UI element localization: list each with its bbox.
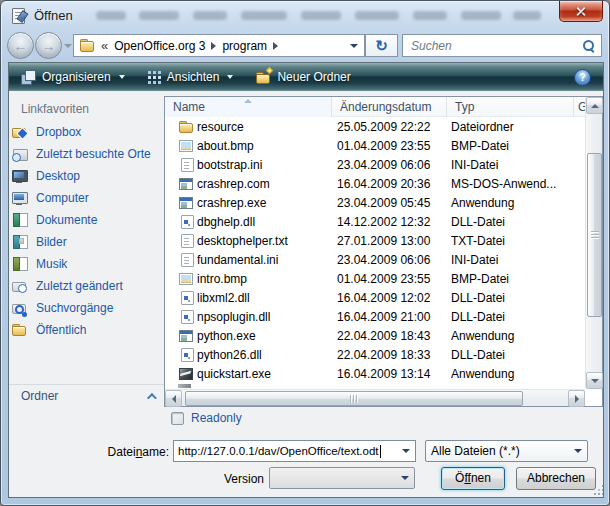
file-row[interactable]: dbghelp.dll 14.12.2002 12:32 DLL-Datei xyxy=(165,213,585,232)
sidebar-item[interactable]: Dokumente xyxy=(11,209,161,231)
open-button[interactable]: Öffnen xyxy=(441,467,505,490)
breadcrumb-segment[interactable]: program xyxy=(222,39,267,53)
column-header-size[interactable]: G xyxy=(574,97,585,117)
file-date: 27.01.2009 13:00 xyxy=(337,234,445,248)
version-dropdown-button[interactable] xyxy=(396,468,414,488)
sidebar-item[interactable]: Suchvorgänge xyxy=(11,297,161,319)
organize-button[interactable]: Organisieren xyxy=(21,70,125,84)
resize-grip[interactable] xyxy=(593,484,605,496)
file-name: dbghelp.dll xyxy=(197,215,330,229)
column-header-date[interactable]: Änderungsdatum xyxy=(332,97,447,117)
sidebar-item[interactable]: Zuletzt geändert xyxy=(11,275,161,297)
sidebar-item[interactable]: Desktop xyxy=(11,165,161,187)
sidebar-item-label: Dropbox xyxy=(36,125,81,139)
sidebar-item-label: Computer xyxy=(36,191,89,205)
views-button[interactable]: Ansichten xyxy=(147,70,234,84)
sidebar-item[interactable]: Öffentlich xyxy=(11,319,161,341)
sidebar-item-label: Suchvorgänge xyxy=(36,301,113,315)
vertical-scrollbar[interactable] xyxy=(585,97,602,389)
forward-button[interactable]: → xyxy=(35,32,62,59)
help-button[interactable]: ? xyxy=(574,69,591,86)
sidebar-item[interactable]: Dropbox xyxy=(11,121,161,143)
scroll-down-button[interactable] xyxy=(586,372,603,389)
background-blur xyxy=(301,11,341,20)
file-row[interactable]: npsoplugin.dll 16.04.2009 21:00 DLL-Date… xyxy=(165,308,585,327)
file-icon xyxy=(178,252,194,268)
filename-value[interactable]: http://127.0.0.1/dav/OpenOffice/text.odt xyxy=(174,445,379,457)
sidebar-item[interactable]: Bilder xyxy=(11,231,161,253)
sparkle-icon xyxy=(266,66,273,73)
version-combobox[interactable] xyxy=(269,467,415,489)
new-folder-icon xyxy=(255,70,271,85)
sidebar-item[interactable]: Musik xyxy=(11,253,161,275)
file-row[interactable]: bootstrap.ini 23.04.2009 06:06 INI-Datei xyxy=(165,156,585,175)
background-blur xyxy=(355,11,399,20)
sidebar-item[interactable]: Computer xyxy=(11,187,161,209)
titlebar[interactable]: Öffnen xyxy=(1,1,610,31)
breadcrumb-segment[interactable]: OpenOffice.org 3 xyxy=(114,39,205,53)
back-button[interactable]: ← xyxy=(7,32,34,59)
search-box[interactable] xyxy=(402,34,602,57)
history-dropdown-icon[interactable] xyxy=(64,44,72,48)
file-list: Name Änderungsdatum Typ G resource 25.05… xyxy=(164,96,603,407)
sidebar-item-icon xyxy=(11,124,27,140)
background-blur xyxy=(241,11,287,20)
sidebar-item-icon xyxy=(11,146,27,162)
vertical-scroll-thumb[interactable] xyxy=(587,153,602,317)
filetype-combobox[interactable]: Alle Dateien (*.*) xyxy=(425,440,588,462)
filename-dropdown-button[interactable] xyxy=(397,441,415,461)
background-blur xyxy=(513,11,541,20)
file-row[interactable]: quickstart.exe 16.04.2009 13:14 Anwendun… xyxy=(165,365,585,384)
file-name: bootstrap.ini xyxy=(197,158,330,172)
search-icon[interactable] xyxy=(582,39,595,52)
breadcrumb-overflow-chevrons[interactable]: « xyxy=(101,38,108,53)
breadcrumb[interactable]: « OpenOffice.org 3 program xyxy=(73,34,365,57)
views-grid-icon xyxy=(147,70,161,84)
file-row[interactable]: intro.bmp 01.04.2009 23:55 BMP-Datei xyxy=(165,270,585,289)
readonly-label: Readonly xyxy=(191,411,242,425)
column-header-type[interactable]: Typ xyxy=(447,97,574,117)
cancel-button[interactable]: Abbrechen xyxy=(516,467,596,490)
file-row[interactable]: fundamental.ini 23.04.2009 06:06 INI-Dat… xyxy=(165,251,585,270)
address-dropdown-icon[interactable] xyxy=(350,44,358,48)
close-button[interactable] xyxy=(559,1,603,22)
filename-combobox[interactable]: http://127.0.0.1/dav/OpenOffice/text.odt xyxy=(173,440,416,462)
file-row[interactable]: crashrep.exe 23.04.2009 05:45 Anwendung xyxy=(165,194,585,213)
sidebar-item-label: Musik xyxy=(36,257,67,271)
text-caret xyxy=(380,445,381,458)
horizontal-scroll-thumb[interactable] xyxy=(185,391,523,406)
file-icon xyxy=(178,119,194,135)
file-icon xyxy=(178,347,194,363)
file-name: fundamental.ini xyxy=(197,253,330,267)
sidebar-item-icon xyxy=(11,278,27,294)
search-input[interactable] xyxy=(409,38,582,54)
scroll-up-button[interactable] xyxy=(586,97,603,114)
folders-expander[interactable]: Ordner xyxy=(9,384,164,407)
file-row[interactable]: crashrep.com 16.04.2009 20:36 MS-DOS-Anw… xyxy=(165,175,585,194)
file-row[interactable]: libxml2.dll 16.04.2009 12:02 DLL-Datei xyxy=(165,289,585,308)
file-row[interactable]: resource 25.05.2009 22:22 Dateiordner xyxy=(165,118,585,137)
file-row[interactable]: desktophelper.txt 27.01.2009 13:00 TXT-D… xyxy=(165,232,585,251)
file-icon xyxy=(178,271,194,287)
scroll-left-button[interactable] xyxy=(165,390,182,407)
breadcrumb-separator-icon[interactable] xyxy=(273,42,278,50)
readonly-checkbox[interactable] xyxy=(171,412,184,425)
refresh-button[interactable]: ↻ xyxy=(365,34,398,57)
folders-label: Ordner xyxy=(21,389,58,403)
file-row[interactable]: python.exe 22.04.2009 18:43 Anwendung xyxy=(165,327,585,346)
file-date: 16.04.2009 12:02 xyxy=(337,291,445,305)
file-icon xyxy=(178,366,194,382)
file-row[interactable]: about.bmp 01.04.2009 23:55 BMP-Datei xyxy=(165,137,585,156)
file-row[interactable]: python26.dll 22.04.2009 18:33 DLL-Datei xyxy=(165,346,585,365)
sidebar-item-icon xyxy=(11,212,27,228)
filetype-dropdown-button[interactable] xyxy=(569,441,587,461)
background-blur xyxy=(413,11,447,20)
file-type: INI-Datei xyxy=(451,253,573,267)
new-folder-button[interactable]: Neuer Ordner xyxy=(255,70,350,85)
list-header: Name Änderungsdatum Typ G xyxy=(165,97,585,117)
chevron-up-icon xyxy=(147,392,157,402)
horizontal-scrollbar[interactable] xyxy=(165,389,585,406)
sidebar-item[interactable]: Zuletzt besuchte Orte xyxy=(11,143,161,165)
breadcrumb-separator-icon[interactable] xyxy=(211,42,216,50)
scroll-right-button[interactable] xyxy=(568,390,585,407)
